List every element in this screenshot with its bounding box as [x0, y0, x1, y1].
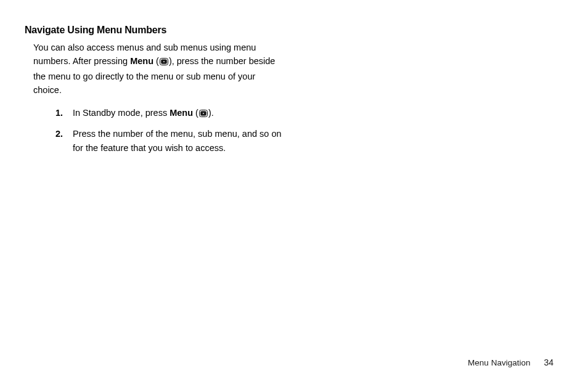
step1-menu-label: Menu [169, 108, 193, 118]
list-item: 2. Press the number of the menu, sub men… [55, 127, 290, 155]
section-heading: Navigate Using Menu Numbers [25, 25, 553, 36]
ok-button-icon [199, 107, 208, 121]
step1-mid: ( [193, 108, 198, 118]
ok-button-icon [160, 55, 168, 69]
svg-point-5 [203, 113, 204, 114]
intro-mid: ( [153, 56, 159, 66]
svg-point-2 [163, 62, 165, 63]
list-item: 1. In Standby mode, press Menu (). [55, 106, 290, 121]
page-number: 34 [544, 357, 553, 367]
page-footer: Menu Navigation 34 [468, 357, 553, 367]
intro-menu-label: Menu [130, 56, 153, 66]
steps-list: 1. In Standby mode, press Menu (). 2. Pr… [55, 106, 290, 155]
step-body: Press the number of the menu, sub menu, … [73, 127, 290, 155]
step-number: 2. [55, 127, 73, 155]
step-number: 1. [55, 106, 73, 121]
step1-pre: In Standby mode, press [73, 108, 169, 118]
intro-paragraph: You can also access menus and sub menus … [33, 41, 285, 97]
step-body: In Standby mode, press Menu (). [73, 106, 290, 121]
step1-post: ). [208, 108, 214, 118]
footer-section-title: Menu Navigation [468, 358, 530, 367]
